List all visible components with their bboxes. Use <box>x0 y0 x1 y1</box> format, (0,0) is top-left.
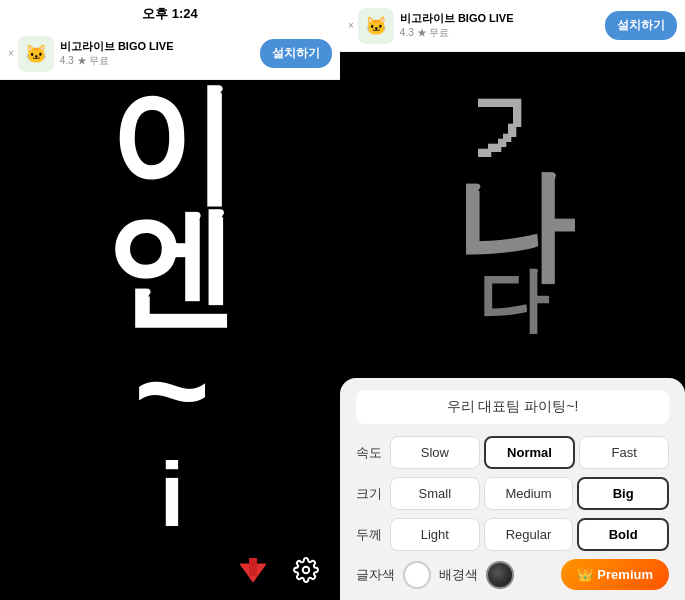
ad-text-left: 비고라이브 BIGO LIVE 4.3 ★ 무료 <box>60 39 260 68</box>
ad-title-left: 비고라이브 BIGO LIVE <box>60 39 260 54</box>
ad-subtitle-left: 4.3 ★ 무료 <box>60 54 260 68</box>
size-big-btn[interactable]: Big <box>577 477 669 510</box>
controls-panel: 우리 대표팀 파이팅~! 속도 Slow Normal Fast 크기 Smal… <box>340 378 685 600</box>
settings-icon[interactable] <box>292 556 320 584</box>
text-display-left: 이 엔 ~ i <box>0 80 340 540</box>
speed-row: 속도 Slow Normal Fast <box>356 436 669 469</box>
bg-color-label: 배경색 <box>439 566 478 584</box>
right-panel: × 🐱 비고라이브 BIGO LIVE 4.3 ★ 무료 설치하기 ᄀ 나 다 … <box>340 0 685 600</box>
size-small-btn[interactable]: Small <box>390 477 480 510</box>
weight-label: 두께 <box>356 526 384 544</box>
weight-regular-btn[interactable]: Regular <box>484 518 574 551</box>
size-label: 크기 <box>356 485 384 503</box>
speed-label: 속도 <box>356 444 384 462</box>
color-row: 글자색 배경색 👑 Premium <box>356 559 669 590</box>
font-color-picker[interactable] <box>403 561 431 589</box>
weight-btn-group: Light Regular Bold <box>390 518 669 551</box>
svg-rect-1 <box>249 558 257 576</box>
premium-label: Premium <box>597 567 653 582</box>
speed-normal-btn[interactable]: Normal <box>484 436 576 469</box>
status-bar: 오후 1:24 <box>0 0 340 28</box>
ad-title-right: 비고라이브 BIGO LIVE <box>400 11 605 26</box>
speed-fast-btn[interactable]: Fast <box>579 436 669 469</box>
font-color-label: 글자색 <box>356 566 395 584</box>
size-row: 크기 Small Medium Big <box>356 477 669 510</box>
premium-button[interactable]: 👑 Premium <box>561 559 669 590</box>
scroll-down-icon[interactable] <box>234 551 272 589</box>
weight-bold-btn[interactable]: Bold <box>577 518 669 551</box>
bg-color-picker[interactable] <box>486 561 514 589</box>
ad-banner-left: × 🐱 비고라이브 BIGO LIVE 4.3 ★ 무료 설치하기 <box>0 28 340 80</box>
korean-text-right: ᄀ 나 다 <box>453 99 573 332</box>
text-input-display[interactable]: 우리 대표팀 파이팅~! <box>356 390 669 424</box>
korean-text-left: 이 엔 ~ i <box>107 82 233 538</box>
crown-icon: 👑 <box>577 567 593 582</box>
size-btn-group: Small Medium Big <box>390 477 669 510</box>
ad-close-left[interactable]: × <box>8 48 14 59</box>
bottom-bar-left <box>0 540 340 600</box>
ad-install-btn-left[interactable]: 설치하기 <box>260 39 332 68</box>
speed-btn-group: Slow Normal Fast <box>390 436 669 469</box>
weight-light-btn[interactable]: Light <box>390 518 480 551</box>
speed-slow-btn[interactable]: Slow <box>390 436 480 469</box>
ad-text-right: 비고라이브 BIGO LIVE 4.3 ★ 무료 <box>400 11 605 40</box>
ad-banner-right: × 🐱 비고라이브 BIGO LIVE 4.3 ★ 무료 설치하기 <box>340 0 685 52</box>
weight-row: 두께 Light Regular Bold <box>356 518 669 551</box>
text-display-right: ᄀ 나 다 <box>340 52 685 378</box>
status-time: 오후 1:24 <box>142 5 198 23</box>
ad-install-btn-right[interactable]: 설치하기 <box>605 11 677 40</box>
ad-icon-left: 🐱 <box>18 36 54 72</box>
size-medium-btn[interactable]: Medium <box>484 477 574 510</box>
ad-icon-right: 🐱 <box>358 8 394 44</box>
ad-close-right[interactable]: × <box>348 20 354 31</box>
left-panel: 오후 1:24 × 🐱 비고라이브 BIGO LIVE 4.3 ★ 무료 설치하… <box>0 0 340 600</box>
svg-point-2 <box>303 567 310 574</box>
ad-subtitle-right: 4.3 ★ 무료 <box>400 26 605 40</box>
